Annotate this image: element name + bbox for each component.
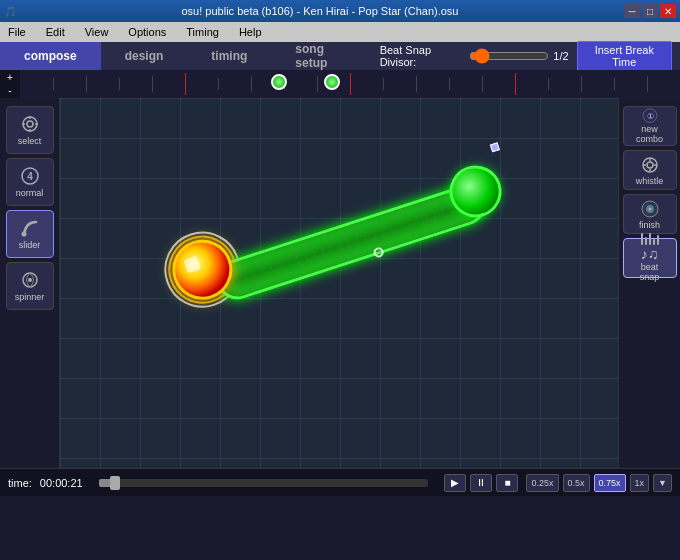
- new-combo-button[interactable]: ① newcombo: [623, 106, 677, 146]
- main-area: select 4 normal slider spinner: [0, 98, 680, 468]
- svg-point-1: [27, 121, 33, 127]
- finish-button[interactable]: finish: [623, 194, 677, 234]
- new-combo-label: newcombo: [636, 125, 663, 145]
- beat-snap-value: 1/2: [553, 50, 568, 62]
- menu-options[interactable]: Options: [124, 26, 170, 38]
- slider-track: [212, 180, 491, 305]
- slider-head-inner: [183, 256, 201, 274]
- slider-object[interactable]: [168, 155, 516, 336]
- menu-file[interactable]: File: [4, 26, 30, 38]
- right-toolbar: ① newcombo whistle finish: [618, 98, 680, 468]
- insert-break-button[interactable]: Insert Break Time: [577, 41, 672, 71]
- close-button[interactable]: ✕: [660, 4, 676, 18]
- zoom-out-button[interactable]: -: [8, 85, 11, 96]
- menu-view[interactable]: View: [81, 26, 113, 38]
- speed-025x[interactable]: 0.25x: [526, 474, 558, 492]
- app-icon: 🎵: [4, 6, 16, 17]
- svg-point-0: [23, 117, 37, 131]
- pause-button[interactable]: ⏸: [470, 474, 492, 492]
- status-bar: time: 00:00:21 ▶ ⏸ ■ 0.25x 0.5x 0.75x 1x…: [0, 468, 680, 496]
- spinner-tool-label: spinner: [15, 292, 45, 302]
- tab-bar: compose design timing song setup Beat Sn…: [0, 42, 680, 70]
- beat-snap-slider[interactable]: [469, 51, 549, 61]
- zoom-in-button[interactable]: +: [7, 72, 13, 83]
- tab-song-setup[interactable]: song setup: [271, 42, 379, 70]
- svg-point-8: [21, 232, 26, 237]
- menu-help[interactable]: Help: [235, 26, 266, 38]
- svg-point-10: [28, 278, 32, 282]
- menu-timing[interactable]: Timing: [182, 26, 223, 38]
- speed-1x[interactable]: 1x: [630, 474, 650, 492]
- beat-snap-tool-label: beatsnap: [640, 263, 660, 283]
- title-bar: 🎵 osu! public beta (b106) - Ken Hirai - …: [0, 0, 680, 22]
- speed-075x[interactable]: 0.75x: [594, 474, 626, 492]
- minimize-button[interactable]: ─: [624, 4, 640, 18]
- menu-bar: File Edit View Options Timing Help: [0, 22, 680, 42]
- timeline: + -: [0, 70, 680, 98]
- normal-tool-label: normal: [16, 188, 44, 198]
- beat-snap-slider-container: 1/2: [469, 50, 568, 62]
- tab-right-controls: Beat Snap Divisor: 1/2 Insert Break Time: [380, 42, 680, 70]
- time-label: time:: [8, 477, 32, 489]
- speed-controls: 0.25x 0.5x 0.75x 1x ▼: [526, 474, 672, 492]
- spinner-tool[interactable]: spinner: [6, 262, 54, 310]
- slider-midpoint: [372, 246, 385, 259]
- stop-button[interactable]: ■: [496, 474, 518, 492]
- speed-05x[interactable]: 0.5x: [563, 474, 590, 492]
- slider-selection-handle[interactable]: [490, 142, 500, 152]
- whistle-button[interactable]: whistle: [623, 150, 677, 190]
- maximize-button[interactable]: □: [642, 4, 658, 18]
- progress-bar[interactable]: [99, 479, 429, 487]
- transport-controls: ▶ ⏸ ■: [444, 474, 518, 492]
- beat-snap-label: Beat Snap Divisor:: [380, 44, 462, 68]
- timeline-playhead-2[interactable]: [324, 74, 340, 90]
- tab-design[interactable]: design: [101, 42, 188, 70]
- beat-snap-button[interactable]: ♪♫ beatsnap: [623, 238, 677, 278]
- time-value: 00:00:21: [40, 477, 83, 489]
- timeline-playhead-1[interactable]: [271, 74, 287, 90]
- window-controls: ─ □ ✕: [624, 4, 676, 18]
- progress-thumb[interactable]: [110, 476, 120, 490]
- svg-point-21: [648, 207, 651, 210]
- svg-text:①: ①: [646, 112, 653, 121]
- select-tool[interactable]: select: [6, 106, 54, 154]
- menu-edit[interactable]: Edit: [42, 26, 69, 38]
- tab-compose[interactable]: compose: [0, 42, 101, 70]
- slider-tool-label: slider: [19, 240, 41, 250]
- svg-point-14: [647, 162, 653, 168]
- window-title: osu! public beta (b106) - Ken Hirai - Po…: [182, 5, 459, 17]
- timeline-ruler: [20, 70, 680, 98]
- select-tool-label: select: [18, 136, 42, 146]
- normal-tool[interactable]: 4 normal: [6, 158, 54, 206]
- play-button[interactable]: ▶: [444, 474, 466, 492]
- whistle-label: whistle: [636, 176, 664, 186]
- canvas-area[interactable]: [60, 98, 618, 468]
- beat-snap-icon: ♪♫: [641, 233, 659, 262]
- tab-timing[interactable]: timing: [187, 42, 271, 70]
- svg-text:4: 4: [27, 171, 33, 182]
- finish-label: finish: [639, 220, 660, 230]
- timeline-bar[interactable]: [20, 70, 680, 98]
- speed-arrow[interactable]: ▼: [653, 474, 672, 492]
- left-toolbar: select 4 normal slider spinner: [0, 98, 60, 468]
- timeline-zoom: + -: [0, 70, 20, 98]
- slider-tool[interactable]: slider: [6, 210, 54, 258]
